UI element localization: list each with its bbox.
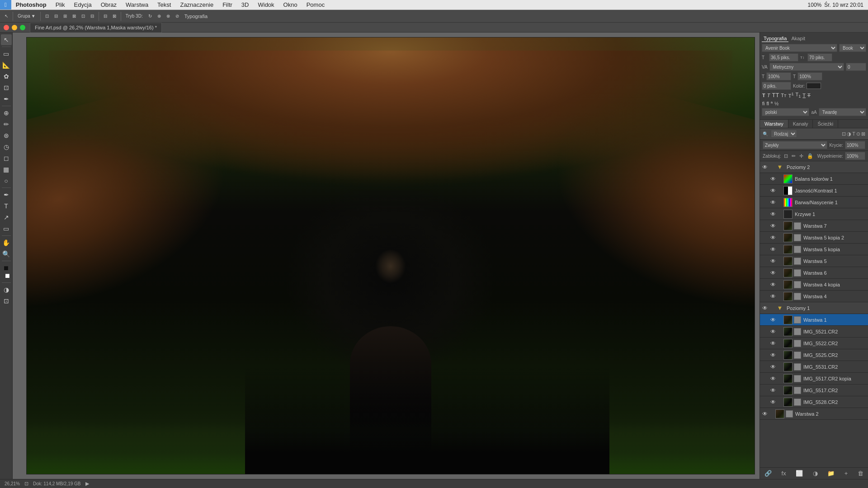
- filter-type-select[interactable]: Rodzaj: [771, 130, 797, 138]
- window-close-btn[interactable]: [4, 25, 9, 30]
- visibility-icon[interactable]: 👁: [770, 199, 776, 206]
- align-left-btn[interactable]: ⊡: [43, 11, 51, 21]
- menu-filtr[interactable]: Filtr: [218, 0, 237, 9]
- menu-okno[interactable]: Okno: [279, 0, 302, 9]
- menu-pomoc[interactable]: Pomoc: [302, 0, 329, 9]
- tool-gradient[interactable]: ▦: [1, 164, 12, 175]
- layer-item[interactable]: 👁 Warstwa 6: [760, 267, 868, 279]
- tool-marquee-rect[interactable]: ▭: [1, 48, 12, 59]
- tool-move[interactable]: ↖: [1, 34, 12, 45]
- apple-menu[interactable]: : [0, 0, 11, 9]
- adj-btn[interactable]: ◑: [811, 469, 820, 478]
- group-btn[interactable]: 📁: [826, 469, 836, 478]
- tool-clone[interactable]: ⊛: [1, 130, 12, 141]
- visibility-icon[interactable]: 👁: [770, 223, 776, 229]
- tab-kanaly[interactable]: Kanały: [788, 120, 813, 128]
- style-T-bold[interactable]: T: [762, 92, 766, 99]
- play-btn[interactable]: ▶: [85, 481, 89, 487]
- style-swash[interactable]: fl: [766, 100, 770, 107]
- layer-item[interactable]: 👁 Krzywe 1: [760, 208, 868, 220]
- style-T-italic[interactable]: T: [767, 92, 771, 99]
- visibility-icon[interactable]: 👁: [762, 411, 768, 417]
- 3d-pan-btn[interactable]: ⊕: [156, 11, 163, 21]
- tool-hand[interactable]: ✋: [1, 237, 12, 248]
- layer-item[interactable]: 👁 Warstwa 7: [760, 220, 868, 232]
- tab-sciezki[interactable]: Ścieżki: [813, 120, 838, 128]
- window-maximize-btn[interactable]: [20, 25, 25, 30]
- style-ligature[interactable]: fi: [762, 100, 765, 107]
- layer-item[interactable]: 👁 Barwa/Nasycenie 1: [760, 197, 868, 208]
- 3d-rotate-btn[interactable]: ↻: [146, 11, 154, 21]
- align-right-btn[interactable]: ⊞: [61, 11, 69, 21]
- 3d-mode-btn[interactable]: Tryb 3D:: [124, 11, 145, 21]
- tool-eyedropper[interactable]: ✒: [1, 94, 12, 104]
- visibility-icon[interactable]: 👁: [770, 246, 776, 253]
- layer-item[interactable]: 👁 Warstwa 1: [760, 314, 868, 326]
- language-select[interactable]: polski: [762, 108, 809, 116]
- menu-widok[interactable]: Widok: [253, 0, 278, 9]
- opacity-input[interactable]: [845, 141, 865, 149]
- fill-input[interactable]: [845, 152, 865, 160]
- visibility-icon[interactable]: 👁: [762, 164, 768, 170]
- 3d-zoom-btn[interactable]: ⊗: [165, 11, 172, 21]
- align-bottom-btn[interactable]: ⊟: [89, 11, 96, 21]
- layer-item[interactable]: 👁 IMG_5517.CR2: [760, 385, 868, 396]
- tool-pen[interactable]: ✒: [1, 189, 12, 200]
- menu-3d[interactable]: 3D: [237, 0, 254, 9]
- visibility-icon[interactable]: 👁: [770, 282, 776, 288]
- filter-smart-btn[interactable]: ⊠: [861, 131, 865, 137]
- layer-item[interactable]: 👁 Warstwa 5 kopia: [760, 244, 868, 255]
- filter-shape-btn[interactable]: ⊙: [856, 131, 860, 137]
- tab-typography[interactable]: Typografia: [762, 35, 788, 42]
- mask-btn[interactable]: ⬜: [794, 469, 805, 478]
- tool-quick-select[interactable]: ✿: [1, 71, 12, 82]
- layer-item[interactable]: 👁 Warstwa 2: [760, 408, 868, 420]
- group-toggle[interactable]: Grupa ▼: [16, 11, 38, 21]
- kerning-input[interactable]: [762, 82, 791, 90]
- filter-pixel-btn[interactable]: ⊡: [842, 131, 846, 137]
- metryczny-select[interactable]: Metryczny: [769, 63, 844, 71]
- filter-adj-btn[interactable]: ◑: [847, 131, 851, 137]
- layer-item[interactable]: 👁 Jasność/Kontrast 1: [760, 185, 868, 197]
- background-color[interactable]: ■: [2, 270, 13, 281]
- layer-item[interactable]: 👁 IMG_5528.CR2: [760, 396, 868, 408]
- visibility-icon[interactable]: 👁: [770, 317, 776, 323]
- font-family-select[interactable]: Avenir Book: [762, 44, 837, 52]
- layer-item[interactable]: 👁 Balans kolorów 1: [760, 173, 868, 185]
- layer-item[interactable]: 👁 IMG_5517.CR2 kopia: [760, 373, 868, 385]
- blend-mode-select[interactable]: Zwykły: [763, 141, 827, 149]
- visibility-icon[interactable]: 👁: [770, 235, 776, 241]
- layer-item[interactable]: 👁 ▼ Poziomy 1: [760, 302, 868, 314]
- antialiasing-select[interactable]: Twardę: [819, 108, 866, 116]
- layer-item[interactable]: 👁 Warstwa 4 kopia: [760, 279, 868, 291]
- tool-history[interactable]: ◷: [1, 141, 12, 152]
- visibility-icon[interactable]: 👁: [770, 328, 776, 335]
- menu-warstwa[interactable]: Warstwa: [121, 0, 153, 9]
- style-T-strikethrough[interactable]: T: [807, 92, 811, 99]
- tool-marquee-lasso[interactable]: 📐: [1, 60, 12, 70]
- visibility-icon[interactable]: 👁: [770, 375, 776, 382]
- style-T-smallcaps[interactable]: TT: [780, 92, 787, 99]
- align-center-btn[interactable]: ⊟: [52, 11, 60, 21]
- tool-path-select[interactable]: ↗: [1, 212, 12, 223]
- menu-photoshop[interactable]: Photoshop: [11, 0, 51, 9]
- link-layers-btn[interactable]: 🔗: [763, 469, 774, 478]
- visibility-icon[interactable]: 👁: [770, 340, 776, 347]
- tool-crop[interactable]: ⊡: [1, 82, 12, 93]
- zoom-fit-btn[interactable]: ⊡: [24, 481, 28, 487]
- visibility-icon[interactable]: 👁: [770, 176, 776, 182]
- style-T-super[interactable]: T1: [788, 91, 794, 99]
- layer-item[interactable]: 👁 IMG_5531.CR2: [760, 361, 868, 373]
- layer-item[interactable]: 👁 Warstwa 5: [760, 255, 868, 267]
- layer-item[interactable]: 👁 Warstwa 5 kopia 2: [760, 232, 868, 244]
- lock-position-btn[interactable]: ✛: [798, 153, 804, 160]
- font-size-input[interactable]: [769, 53, 798, 61]
- font-style-select[interactable]: Book: [839, 44, 866, 52]
- visibility-icon[interactable]: 👁: [770, 188, 776, 194]
- visibility-icon[interactable]: 👁: [770, 211, 776, 217]
- visibility-icon[interactable]: 👁: [770, 364, 776, 370]
- layer-item[interactable]: 👁 IMG_5522.CR2: [760, 338, 868, 349]
- delete-layer-btn[interactable]: 🗑: [856, 469, 865, 478]
- lock-image-btn[interactable]: ✏: [791, 153, 797, 160]
- menu-tekst[interactable]: Tekst: [153, 0, 175, 9]
